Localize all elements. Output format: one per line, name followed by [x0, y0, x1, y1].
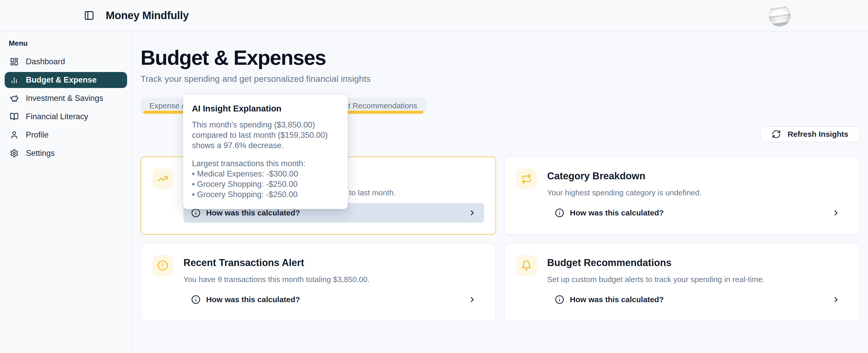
- user-avatar[interactable]: [769, 5, 790, 26]
- card-title: Recent Transactions Alert: [183, 257, 484, 270]
- chevron-right-icon: [468, 295, 476, 304]
- bar-chart-icon: [10, 76, 19, 84]
- card-description: Set up custom budget alerts to track you…: [547, 275, 848, 284]
- card-body: Budget Recommendations Set up custom bud…: [547, 255, 848, 309]
- refresh-icon: [772, 130, 781, 139]
- card-title: Budget Recommendations: [547, 257, 848, 270]
- trending-up-icon: [152, 169, 173, 189]
- sidebar-item-label: Dashboard: [26, 57, 65, 66]
- sidebar-item-profile[interactable]: Profile: [5, 127, 127, 143]
- popover-title: AI Insight Explanation: [192, 104, 338, 113]
- sidebar-item-label: Settings: [26, 149, 55, 158]
- card-description: to last month.: [349, 188, 484, 198]
- page-subtitle: Track your spending and get personalized…: [141, 74, 860, 84]
- app-title: Money Mindfully: [106, 9, 189, 22]
- info-icon: [191, 208, 200, 217]
- info-icon: [555, 295, 564, 304]
- category-breakdown-card: Category Breakdown Your highest spending…: [504, 156, 860, 235]
- sidebar-section-label: Menu: [9, 39, 132, 47]
- repeat-icon: [516, 169, 537, 189]
- dashboard-icon: [10, 57, 19, 66]
- popover-transaction-item: • Grocery Shopping: -$250.00: [192, 189, 338, 200]
- card-body: Category Breakdown Your highest spending…: [547, 169, 848, 223]
- popover-transactions-heading: Largest transactions this month:: [192, 158, 338, 169]
- sidebar-item-settings[interactable]: Settings: [5, 145, 127, 161]
- info-icon: [191, 295, 200, 304]
- chevron-right-icon: [468, 209, 476, 217]
- ai-insight-popover: AI Insight Explanation This month's spen…: [183, 95, 348, 209]
- info-icon: [555, 208, 564, 217]
- piggy-bank-icon: [10, 94, 19, 103]
- refresh-insights-label: Refresh Insights: [788, 130, 848, 139]
- refresh-insights-button[interactable]: Refresh Insights: [760, 126, 860, 142]
- popover-transaction-item: • Grocery Shopping: -$250.00: [192, 179, 338, 189]
- gear-icon: [10, 149, 19, 158]
- bell-icon: [516, 255, 537, 276]
- app-header: Money Mindfully: [0, 0, 868, 32]
- panel-left-icon: [84, 10, 94, 21]
- popover-transaction-item: • Medical Expenses: -$300.00: [192, 169, 338, 179]
- sidebar-item-budget-expense[interactable]: Budget & Expense: [5, 72, 127, 88]
- sidebar: Menu Dashboard Budget & Expense: [0, 32, 132, 353]
- sidebar-item-investment-savings[interactable]: Investment & Savings: [5, 90, 127, 106]
- sidebar-item-label: Investment & Savings: [26, 94, 103, 103]
- chevron-right-icon: [832, 295, 840, 304]
- how-calculated-label: How was this calculated?: [570, 295, 664, 304]
- sidebar-item-dashboard[interactable]: Dashboard: [5, 54, 127, 70]
- sidebar-item-financial-literacy[interactable]: Financial Literacy: [5, 109, 127, 125]
- card-description: Your highest spending category is undefi…: [547, 188, 848, 198]
- page-title: Budget & Expenses: [141, 47, 860, 69]
- how-calculated-label: How was this calculated?: [206, 295, 300, 304]
- card-body: Recent Transactions Alert You have 9 tra…: [183, 255, 484, 309]
- how-calculated-label: How was this calculated?: [206, 209, 300, 217]
- recent-transactions-card: Recent Transactions Alert You have 9 tra…: [141, 243, 496, 321]
- sidebar-item-label: Profile: [26, 130, 49, 140]
- how-calculated-button[interactable]: How was this calculated?: [183, 290, 484, 309]
- sidebar-item-label: Financial Literacy: [26, 112, 88, 121]
- user-icon: [10, 131, 19, 139]
- popover-paragraph: This month's spending ($3,850.00) compar…: [192, 120, 338, 151]
- alert-circle-icon: [152, 255, 173, 276]
- how-calculated-label: How was this calculated?: [570, 209, 664, 217]
- card-description: You have 9 transactions this month total…: [183, 275, 484, 284]
- card-title: Category Breakdown: [547, 171, 848, 183]
- sidebar-toggle-button[interactable]: [84, 10, 94, 21]
- how-calculated-button[interactable]: How was this calculated?: [547, 290, 848, 309]
- budget-recommendations-card: Budget Recommendations Set up custom bud…: [504, 243, 860, 321]
- how-calculated-button[interactable]: How was this calculated?: [547, 203, 848, 223]
- chevron-right-icon: [832, 209, 840, 217]
- book-open-icon: [10, 112, 19, 121]
- sidebar-item-label: Budget & Expense: [26, 75, 97, 85]
